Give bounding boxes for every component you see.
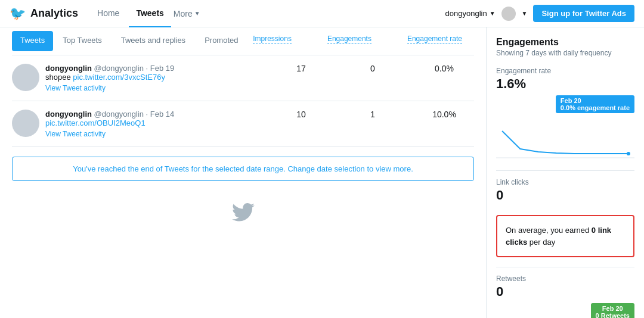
tweet-body: dongyonglin @dongyonglin · Feb 14 pic.tw… [45, 110, 277, 138]
tweet-body: dongyonglin @dongyonglin · Feb 19 shopee… [45, 64, 277, 92]
col-impressions[interactable]: Impressions [253, 35, 292, 43]
divider [496, 170, 634, 171]
retweets-value: 0 [496, 284, 634, 300]
sidebar: Engagements Showing 7 days with daily fr… [486, 27, 644, 318]
brand: 🐦 Analytics [10, 6, 78, 21]
tweet-row: dongyonglin @dongyonglin · Feb 19 shopee… [12, 55, 474, 101]
retweets-label: Retweets [496, 275, 634, 283]
signup-button[interactable]: Sign up for Twitter Ads [533, 5, 634, 22]
tab-replies[interactable]: Tweets and replies [112, 27, 195, 55]
tweet-activity-link[interactable]: View Tweet activity [45, 130, 277, 138]
engagement-badge: Feb 20 0.0% engagement rate [556, 95, 634, 113]
tab-tweets[interactable]: Tweets [12, 31, 53, 51]
tweet-engagement-rate: 10.0% [426, 110, 462, 119]
app-title: Analytics [30, 7, 78, 20]
engagement-rate-label: Engagement rate [496, 67, 634, 75]
tweet-link[interactable]: pic.twitter.com/OBUI2MeoQ1 [45, 119, 145, 127]
tweet-date: Feb 19 [150, 64, 174, 73]
link-clicks-metric: Link clicks 0 [496, 178, 634, 203]
tweet-username: dongyonglin [45, 64, 92, 73]
tweet-engagements: 0 [355, 64, 391, 73]
col-engagement-rate[interactable]: Engagement rate [407, 35, 462, 43]
user-dropdown[interactable]: dongyonglin ▼ [445, 9, 496, 18]
twitter-footer-icon [12, 191, 474, 239]
tweet-impressions: 17 [283, 64, 319, 73]
tweet-text: pic.twitter.com/OBUI2MeoQ1 [45, 119, 277, 127]
nav-home[interactable]: Home [90, 0, 126, 27]
tweet-meta: dongyonglin @dongyonglin · Feb 14 [45, 110, 277, 119]
nav-tweets[interactable]: Tweets [129, 0, 171, 27]
end-of-tweets-message: You've reached the end of Tweets for the… [12, 157, 474, 181]
avatar [501, 7, 516, 21]
sidebar-title: Engagements [496, 37, 634, 48]
tweet-username: dongyonglin [45, 110, 92, 119]
navbar: 🐦 Analytics Home Tweets More ▼ dongyongl… [0, 0, 644, 27]
tweet-activity-link[interactable]: View Tweet activity [45, 84, 277, 92]
tab-top-tweets[interactable]: Top Tweets [53, 27, 112, 55]
link-clicks-highlight-box: On average, you earned 0 link clicks per… [496, 215, 634, 257]
column-headers: Impressions Engagements Engagement rate [253, 35, 474, 48]
twitter-logo-icon: 🐦 [10, 6, 26, 21]
tweet-text: shopee pic.twitter.com/3vxcStE76y [45, 73, 277, 82]
username-label: dongyonglin [445, 9, 487, 18]
retweets-metric: Retweets 0 Feb 20 0 Retweets [496, 275, 634, 318]
svg-point-0 [627, 152, 630, 155]
link-clicks-value: 0 [496, 188, 634, 203]
user-chevron-icon: ▼ [490, 10, 496, 17]
chevron-down-icon: ▼ [194, 10, 200, 17]
retweet-badge: Feb 20 0 Retweets [591, 303, 634, 318]
tweet-row: dongyonglin @dongyonglin · Feb 14 pic.tw… [12, 101, 474, 147]
tweet-stats: 17 0 0.0% [283, 64, 474, 73]
engagement-rate-metric: Engagement rate 1.6% Feb 20 0.0% engagem… [496, 67, 634, 113]
col-engagements[interactable]: Engagements [327, 35, 371, 43]
nav-more[interactable]: More ▼ [174, 0, 200, 27]
tweet-stats: 10 1 10.0% [283, 110, 474, 119]
nav-links: Home Tweets More ▼ [90, 0, 200, 27]
page-body: Tweets Top Tweets Tweets and replies Pro… [0, 27, 644, 318]
tweet-engagements: 1 [355, 110, 391, 119]
tweet-engagement-rate: 0.0% [426, 64, 462, 73]
sidebar-subtitle: Showing 7 days with daily frequency [496, 49, 634, 57]
tab-promoted[interactable]: Promoted [195, 27, 247, 55]
tweet-impressions: 10 [283, 110, 319, 119]
tweet-date: Feb 14 [150, 110, 174, 119]
highlight-box-text: On average, you earned 0 link clicks per… [506, 225, 625, 248]
main-content: Tweets Top Tweets Tweets and replies Pro… [0, 27, 486, 318]
tabs-row: Tweets Top Tweets Tweets and replies Pro… [12, 27, 474, 55]
avatar [12, 64, 39, 91]
tweet-handle: @dongyonglin · [94, 110, 150, 119]
tweet-link[interactable]: pic.twitter.com/3vxcStE76y [73, 73, 165, 82]
tweet-meta: dongyonglin @dongyonglin · Feb 19 [45, 64, 277, 73]
divider [496, 267, 634, 267]
tweet-handle: @dongyonglin · [94, 64, 150, 73]
nav-right: dongyonglin ▼ ▼ Sign up for Twitter Ads [445, 5, 634, 22]
engagement-chart [496, 125, 634, 161]
avatar [12, 110, 39, 137]
link-clicks-label: Link clicks [496, 178, 634, 186]
retweet-badge-row: Feb 20 0 Retweets [496, 303, 634, 318]
avatar-chevron-icon: ▼ [522, 10, 528, 17]
engagement-rate-value: 1.6% [496, 76, 634, 92]
